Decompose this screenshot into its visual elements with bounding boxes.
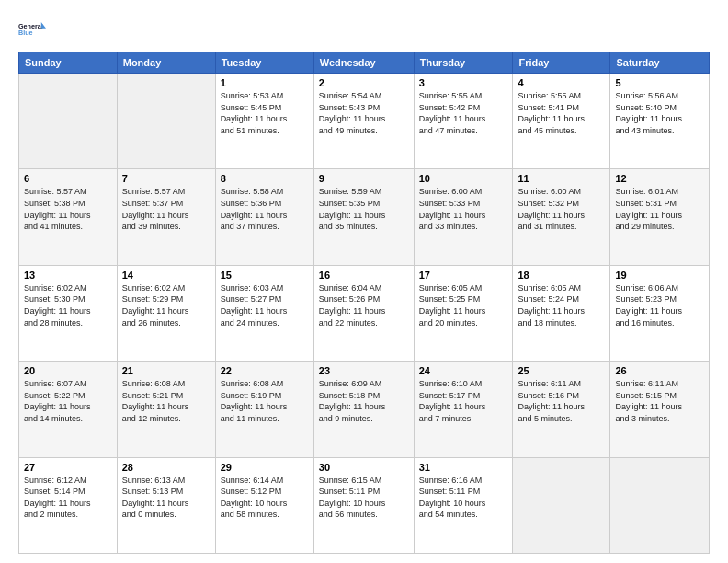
- day-number: 28: [122, 462, 210, 473]
- day-info: Sunrise: 6:07 AM Sunset: 5:22 PM Dayligh…: [24, 378, 112, 424]
- day-info: Sunrise: 6:08 AM Sunset: 5:19 PM Dayligh…: [221, 378, 309, 424]
- day-info: Sunrise: 6:04 AM Sunset: 5:26 PM Dayligh…: [319, 282, 409, 328]
- calendar-cell: 2Sunrise: 5:54 AM Sunset: 5:43 PM Daylig…: [313, 74, 414, 169]
- calendar-cell: 7Sunrise: 5:57 AM Sunset: 5:37 PM Daylig…: [117, 169, 215, 265]
- day-number: 22: [221, 365, 309, 376]
- calendar-cell: 11Sunrise: 6:00 AM Sunset: 5:32 PM Dayli…: [513, 169, 610, 265]
- day-number: 4: [518, 77, 605, 88]
- calendar-cell: 19Sunrise: 6:06 AM Sunset: 5:23 PM Dayli…: [610, 265, 710, 361]
- calendar-cell: 5Sunrise: 5:56 AM Sunset: 5:40 PM Daylig…: [610, 74, 710, 169]
- calendar-cell: 1Sunrise: 5:53 AM Sunset: 5:45 PM Daylig…: [215, 74, 313, 169]
- weekday-header-row: SundayMondayTuesdayWednesdayThursdayFrid…: [19, 52, 710, 74]
- calendar-cell: 20Sunrise: 6:07 AM Sunset: 5:22 PM Dayli…: [19, 362, 118, 457]
- day-number: 14: [122, 270, 210, 281]
- calendar-cell: 3Sunrise: 5:55 AM Sunset: 5:42 PM Daylig…: [414, 74, 513, 169]
- svg-text:Blue: Blue: [18, 29, 33, 37]
- weekday-header: Saturday: [610, 52, 710, 74]
- weekday-header: Friday: [513, 52, 610, 74]
- day-number: 15: [221, 270, 309, 281]
- day-number: 5: [615, 77, 704, 88]
- page: GeneralBlue SundayMondayTuesdayWednesday…: [0, 0, 728, 563]
- calendar-cell: 8Sunrise: 5:58 AM Sunset: 5:36 PM Daylig…: [215, 169, 313, 265]
- day-info: Sunrise: 6:02 AM Sunset: 5:29 PM Dayligh…: [122, 282, 210, 328]
- calendar-week-row: 1Sunrise: 5:53 AM Sunset: 5:45 PM Daylig…: [19, 74, 710, 169]
- calendar-cell: [513, 457, 610, 553]
- day-info: Sunrise: 6:03 AM Sunset: 5:27 PM Dayligh…: [221, 282, 309, 328]
- calendar-cell: 29Sunrise: 6:14 AM Sunset: 5:12 PM Dayli…: [215, 457, 313, 553]
- logo: GeneralBlue: [18, 15, 48, 44]
- calendar-cell: 24Sunrise: 6:10 AM Sunset: 5:17 PM Dayli…: [414, 362, 513, 457]
- day-info: Sunrise: 6:15 AM Sunset: 5:11 PM Dayligh…: [319, 475, 409, 521]
- day-number: 12: [615, 173, 704, 184]
- day-number: 11: [518, 173, 605, 184]
- calendar-cell: 13Sunrise: 6:02 AM Sunset: 5:30 PM Dayli…: [19, 265, 118, 361]
- day-number: 6: [24, 173, 112, 184]
- day-info: Sunrise: 5:54 AM Sunset: 5:43 PM Dayligh…: [319, 90, 409, 136]
- day-number: 10: [419, 173, 508, 184]
- day-info: Sunrise: 6:01 AM Sunset: 5:31 PM Dayligh…: [615, 186, 704, 232]
- day-number: 26: [615, 365, 704, 376]
- day-info: Sunrise: 6:02 AM Sunset: 5:30 PM Dayligh…: [24, 282, 112, 328]
- day-number: 29: [221, 462, 309, 473]
- day-info: Sunrise: 5:59 AM Sunset: 5:35 PM Dayligh…: [319, 186, 409, 232]
- day-number: 7: [122, 173, 210, 184]
- calendar-cell: 15Sunrise: 6:03 AM Sunset: 5:27 PM Dayli…: [215, 265, 313, 361]
- day-info: Sunrise: 5:53 AM Sunset: 5:45 PM Dayligh…: [221, 90, 309, 136]
- calendar-week-row: 27Sunrise: 6:12 AM Sunset: 5:14 PM Dayli…: [19, 457, 710, 553]
- calendar-cell: 30Sunrise: 6:15 AM Sunset: 5:11 PM Dayli…: [313, 457, 414, 553]
- logo-icon: GeneralBlue: [18, 15, 48, 44]
- weekday-header: Sunday: [19, 52, 118, 74]
- calendar-cell: 14Sunrise: 6:02 AM Sunset: 5:29 PM Dayli…: [117, 265, 215, 361]
- weekday-header: Monday: [117, 52, 215, 74]
- day-info: Sunrise: 5:57 AM Sunset: 5:38 PM Dayligh…: [24, 186, 112, 232]
- day-number: 18: [518, 270, 605, 281]
- day-number: 3: [419, 77, 508, 88]
- calendar-cell: [19, 74, 118, 169]
- day-info: Sunrise: 6:13 AM Sunset: 5:13 PM Dayligh…: [122, 475, 210, 521]
- day-info: Sunrise: 6:00 AM Sunset: 5:33 PM Dayligh…: [419, 186, 508, 232]
- day-number: 16: [319, 270, 409, 281]
- calendar-cell: 31Sunrise: 6:16 AM Sunset: 5:11 PM Dayli…: [414, 457, 513, 553]
- calendar-week-row: 13Sunrise: 6:02 AM Sunset: 5:30 PM Dayli…: [19, 265, 710, 361]
- day-info: Sunrise: 6:11 AM Sunset: 5:15 PM Dayligh…: [615, 378, 704, 424]
- day-number: 21: [122, 365, 210, 376]
- day-number: 23: [319, 365, 409, 376]
- day-info: Sunrise: 6:05 AM Sunset: 5:25 PM Dayligh…: [419, 282, 508, 328]
- day-info: Sunrise: 6:12 AM Sunset: 5:14 PM Dayligh…: [24, 475, 112, 521]
- day-info: Sunrise: 5:57 AM Sunset: 5:37 PM Dayligh…: [122, 186, 210, 232]
- day-info: Sunrise: 6:05 AM Sunset: 5:24 PM Dayligh…: [518, 282, 605, 328]
- day-number: 30: [319, 462, 409, 473]
- calendar-cell: 28Sunrise: 6:13 AM Sunset: 5:13 PM Dayli…: [117, 457, 215, 553]
- svg-marker-2: [41, 22, 46, 29]
- weekday-header: Thursday: [414, 52, 513, 74]
- day-number: 1: [221, 77, 309, 88]
- day-info: Sunrise: 5:55 AM Sunset: 5:41 PM Dayligh…: [518, 90, 605, 136]
- calendar-cell: 23Sunrise: 6:09 AM Sunset: 5:18 PM Dayli…: [313, 362, 414, 457]
- day-number: 13: [24, 270, 112, 281]
- calendar-cell: 27Sunrise: 6:12 AM Sunset: 5:14 PM Dayli…: [19, 457, 118, 553]
- day-info: Sunrise: 5:56 AM Sunset: 5:40 PM Dayligh…: [615, 90, 704, 136]
- calendar-table: SundayMondayTuesdayWednesdayThursdayFrid…: [18, 52, 710, 554]
- day-number: 9: [319, 173, 409, 184]
- weekday-header: Tuesday: [215, 52, 313, 74]
- calendar-cell: [610, 457, 710, 553]
- day-number: 27: [24, 462, 112, 473]
- day-number: 19: [615, 270, 704, 281]
- header: GeneralBlue: [18, 15, 710, 44]
- day-info: Sunrise: 6:10 AM Sunset: 5:17 PM Dayligh…: [419, 378, 508, 424]
- calendar-cell: 25Sunrise: 6:11 AM Sunset: 5:16 PM Dayli…: [513, 362, 610, 457]
- day-info: Sunrise: 6:16 AM Sunset: 5:11 PM Dayligh…: [419, 475, 508, 521]
- day-number: 17: [419, 270, 508, 281]
- calendar-cell: 9Sunrise: 5:59 AM Sunset: 5:35 PM Daylig…: [313, 169, 414, 265]
- calendar-cell: 26Sunrise: 6:11 AM Sunset: 5:15 PM Dayli…: [610, 362, 710, 457]
- day-number: 31: [419, 462, 508, 473]
- calendar-cell: 10Sunrise: 6:00 AM Sunset: 5:33 PM Dayli…: [414, 169, 513, 265]
- day-info: Sunrise: 6:14 AM Sunset: 5:12 PM Dayligh…: [221, 475, 309, 521]
- calendar-cell: 21Sunrise: 6:08 AM Sunset: 5:21 PM Dayli…: [117, 362, 215, 457]
- calendar-cell: [117, 74, 215, 169]
- day-info: Sunrise: 6:00 AM Sunset: 5:32 PM Dayligh…: [518, 186, 605, 232]
- day-info: Sunrise: 6:11 AM Sunset: 5:16 PM Dayligh…: [518, 378, 605, 424]
- weekday-header: Wednesday: [313, 52, 414, 74]
- calendar-week-row: 20Sunrise: 6:07 AM Sunset: 5:22 PM Dayli…: [19, 362, 710, 457]
- day-number: 20: [24, 365, 112, 376]
